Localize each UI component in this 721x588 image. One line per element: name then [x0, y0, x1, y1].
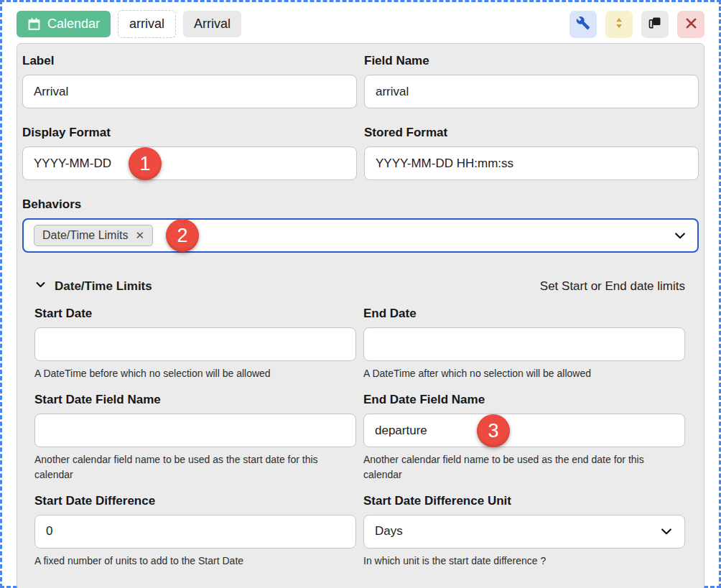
annotation-step-1: 1 — [129, 147, 162, 180]
editor-header: Calendar arrival Arrival — [2, 2, 719, 38]
move-button[interactable] — [605, 11, 633, 38]
start-date-field-name-help: Another calendar field name to be used a… — [34, 452, 356, 482]
wrench-icon — [576, 16, 590, 32]
duplicate-button[interactable] — [641, 11, 669, 38]
behaviors-label: Behaviors — [22, 197, 699, 212]
display-format-field: Display Format 1 — [22, 126, 357, 180]
start-date-difference-input[interactable] — [34, 515, 356, 549]
end-date-input[interactable] — [363, 327, 685, 361]
start-date-input[interactable] — [34, 327, 356, 361]
field-type-badge: Calendar — [17, 11, 111, 37]
end-date-field: End Date A DateTime after which no selec… — [363, 307, 685, 381]
start-date-field-name-field: Start Date Field Name Another calendar f… — [34, 393, 356, 482]
start-date-difference-label: Start Date Difference — [34, 494, 356, 508]
settings-button[interactable] — [569, 11, 597, 38]
start-date-field: Start Date A DateTime before which no se… — [34, 307, 356, 381]
label-field: Label — [22, 54, 357, 108]
close-icon — [685, 17, 697, 32]
field-name-chip[interactable]: arrival — [118, 10, 176, 38]
start-date-label: Start Date — [34, 307, 356, 321]
calendar-icon — [27, 17, 41, 31]
section-title[interactable]: Date/Time Limits — [55, 279, 152, 294]
start-date-difference-unit-label: Start Date Difference Unit — [363, 494, 685, 508]
start-date-help: A DateTime before which no selection wil… — [34, 366, 356, 381]
field-name-input[interactable] — [364, 75, 699, 108]
behaviors-multiselect[interactable]: Date/Time Limits ✕ 2 — [22, 218, 699, 253]
end-date-field-name-input[interactable] — [363, 414, 685, 447]
remove-tag-icon[interactable]: ✕ — [135, 229, 144, 242]
stored-format-input[interactable] — [364, 146, 699, 180]
field-label-chip[interactable]: Arrival — [183, 11, 241, 37]
field-name-label: Field Name — [364, 54, 699, 68]
field-type-label: Calendar — [47, 17, 100, 32]
sort-arrows-icon — [613, 17, 625, 32]
end-date-field-name-help: Another calendar field name to be used a… — [363, 452, 685, 482]
field-name-field: Field Name — [364, 54, 699, 108]
stored-format-label: Stored Format — [364, 126, 699, 140]
field-settings-panel: Label Field Name Display Format 1 St — [17, 43, 704, 588]
label-input[interactable] — [22, 75, 357, 108]
datetime-limits-section: Date/Time Limits Set Start or End date l… — [34, 279, 685, 568]
display-format-label: Display Format — [22, 126, 357, 140]
behavior-tag: Date/Time Limits ✕ — [34, 225, 153, 246]
annotation-step-3: 3 — [477, 414, 510, 447]
selected-unit-value: Days — [375, 524, 403, 538]
chevron-down-icon[interactable] — [673, 228, 687, 243]
remove-button[interactable] — [677, 11, 704, 38]
copy-icon — [648, 16, 662, 32]
section-subtitle: Set Start or End date limits — [540, 279, 685, 294]
chevron-down-icon — [659, 524, 674, 538]
end-date-field-name-label: End Date Field Name — [363, 393, 685, 407]
label-field-label: Label — [22, 54, 357, 68]
start-date-difference-unit-select[interactable]: Days — [363, 515, 685, 549]
end-date-field-name-field: End Date Field Name 3 Another calendar f… — [363, 393, 685, 482]
behavior-tag-label: Date/Time Limits — [42, 229, 128, 242]
start-date-difference-help: A fixed number of units to add to the St… — [34, 554, 356, 568]
start-date-difference-unit-help: In which unit is the start date differen… — [363, 554, 685, 568]
start-date-difference-unit-field: Start Date Difference Unit Days In which… — [363, 494, 685, 568]
start-date-difference-field: Start Date Difference A fixed number of … — [34, 494, 356, 568]
calendar-field-editor-card: Calendar arrival Arrival — [0, 0, 721, 588]
display-format-input[interactable] — [22, 146, 357, 180]
end-date-label: End Date — [363, 307, 685, 321]
behaviors-field: Behaviors Date/Time Limits ✕ 2 — [22, 197, 699, 253]
annotation-step-2: 2 — [166, 219, 199, 252]
start-date-field-name-label: Start Date Field Name — [34, 393, 356, 407]
collapse-chevron-icon[interactable] — [34, 279, 47, 294]
start-date-field-name-input[interactable] — [34, 414, 356, 447]
end-date-help: A DateTime after which no selection will… — [363, 366, 685, 381]
stored-format-field: Stored Format — [364, 126, 699, 180]
